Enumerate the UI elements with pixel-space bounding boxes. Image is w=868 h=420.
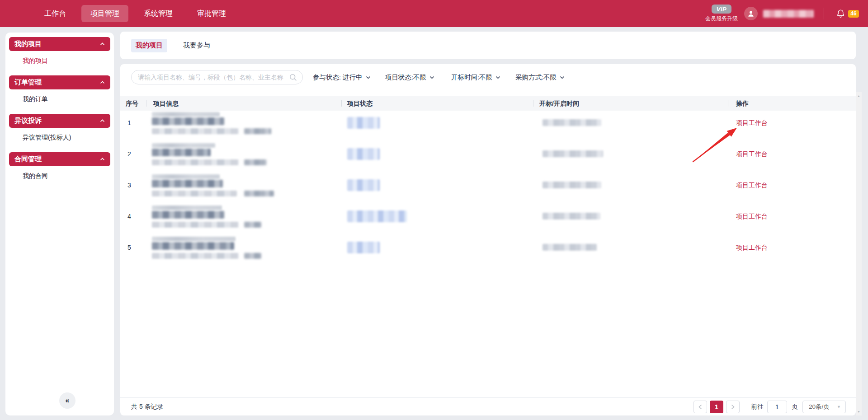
- table-row: 4 项目工作台: [120, 204, 856, 235]
- nav-tab[interactable]: 审批管理: [188, 5, 235, 22]
- filter-procurement-method[interactable]: 采购方式:不限: [515, 70, 565, 84]
- project-workbench-link[interactable]: 项目工作台: [736, 150, 768, 159]
- nav-tab[interactable]: 项目管理: [81, 5, 128, 22]
- project-name-blur-line: [152, 180, 223, 187]
- status-badge-blur: [347, 179, 380, 191]
- row-number: 2: [127, 150, 131, 158]
- content-tab[interactable]: 我的项目: [131, 39, 167, 52]
- nav-tab-label: 系统管理: [144, 9, 173, 17]
- row-number: 3: [127, 182, 131, 189]
- next-page-button[interactable]: [726, 401, 740, 413]
- table-row: 2 项目工作台: [120, 142, 856, 173]
- vip-icon: VIP: [712, 5, 731, 14]
- open-time-blur: [542, 119, 601, 126]
- table-footer: 共 5 条记录 1 前往 页 20条/页 ▼: [120, 397, 856, 415]
- results-table: 1 项目工作台 2 项目工作台 3 项目工作台: [120, 111, 856, 266]
- sidebar-collapse-button[interactable]: «: [59, 392, 75, 409]
- sidebar-group-title: 我的项目: [14, 40, 42, 48]
- filter-project-status[interactable]: 项目状态:不限: [385, 70, 434, 84]
- prev-page-button[interactable]: [693, 401, 707, 413]
- open-time-blur: [542, 244, 597, 251]
- caret-down-icon: ▼: [837, 405, 841, 409]
- content-tabs-panel: 我的项目 我要参与: [120, 32, 856, 59]
- project-workbench-link[interactable]: 项目工作台: [736, 213, 768, 221]
- sidebar-item[interactable]: 异议管理(投标人): [5, 128, 114, 148]
- pagination: 1 前往 页 20条/页 ▼: [693, 401, 846, 413]
- top-navbar: 工作台 项目管理 系统管理 审批管理 VIP 会员服务升级 46: [0, 0, 868, 27]
- sidebar-group: 我的项目 我的项目: [5, 37, 114, 71]
- goto-page-input[interactable]: [767, 401, 787, 413]
- chevron-down-icon: [560, 76, 565, 79]
- sidebar-group-title: 订单管理: [14, 78, 42, 87]
- page-unit-label: 页: [792, 403, 798, 411]
- content-tab[interactable]: 我要参与: [179, 39, 215, 52]
- sidebar: 我的项目 我的项目 订单管理 我的订单 异议投诉: [5, 33, 114, 415]
- total-records-text: 共 5 条记录: [131, 403, 164, 411]
- project-tag-blur: [244, 191, 274, 196]
- column-divider: [533, 100, 533, 107]
- chevron-right-icon: [731, 404, 735, 410]
- filter-label: 项目状态:不限: [385, 73, 426, 82]
- scrollbar-down-arrow[interactable]: ▼: [856, 409, 862, 415]
- sidebar-group-title: 异议投诉: [14, 117, 42, 125]
- project-info-blur-line: [152, 237, 236, 241]
- sidebar-group-header[interactable]: 我的项目: [9, 37, 110, 51]
- nav-tab-label: 项目管理: [90, 9, 119, 17]
- nav-tab-label: 审批管理: [197, 9, 226, 17]
- filter-label: 参与状态: 进行中: [313, 73, 363, 82]
- chevron-up-icon: [100, 119, 105, 122]
- sidebar-group-title: 合同管理: [14, 155, 42, 163]
- sidebar-group-header[interactable]: 异议投诉: [9, 114, 110, 128]
- notification-count-badge: 46: [848, 10, 859, 18]
- sidebar-item-label: 异议管理(投标人): [23, 134, 71, 142]
- project-workbench-link[interactable]: 项目工作台: [736, 182, 768, 190]
- page-size-value: 20条/页: [809, 403, 830, 411]
- sidebar-item[interactable]: 我的合同: [5, 166, 114, 186]
- project-detail-blur-line: [152, 253, 239, 259]
- user-avatar[interactable]: [744, 7, 758, 20]
- column-header-open-time: 开标/开启时间: [539, 96, 579, 111]
- notifications-button[interactable]: 46: [836, 9, 859, 19]
- sidebar-item[interactable]: 我的订单: [5, 89, 114, 109]
- navbar-right-cluster: VIP 会员服务升级 46: [705, 0, 859, 27]
- search-icon[interactable]: [289, 74, 297, 81]
- search-input[interactable]: [138, 74, 289, 81]
- table-row: 1 项目工作台: [120, 111, 856, 142]
- vertical-scrollbar[interactable]: ▲ ▼: [856, 92, 862, 415]
- collapse-icon: «: [66, 397, 70, 405]
- filter-bid-open-time[interactable]: 开标时间:不限: [451, 70, 500, 84]
- nav-tab[interactable]: 系统管理: [135, 5, 182, 22]
- row-number: 1: [127, 119, 131, 126]
- sidebar-group-header[interactable]: 订单管理: [9, 75, 110, 89]
- project-workbench-link[interactable]: 项目工作台: [736, 119, 768, 127]
- content-tab-label: 我要参与: [183, 41, 210, 50]
- nav-tab[interactable]: 工作台: [35, 5, 75, 22]
- project-tag-blur: [244, 159, 267, 165]
- project-name-blur-line: [152, 117, 224, 125]
- project-name-blur-line: [152, 211, 224, 219]
- goto-page-label: 前往: [751, 403, 764, 411]
- chevron-up-icon: [100, 42, 105, 46]
- project-name-blur-line: [152, 149, 211, 156]
- project-workbench-link[interactable]: 项目工作台: [736, 244, 768, 252]
- navbar-divider: [824, 8, 824, 19]
- sidebar-group-header[interactable]: 合同管理: [9, 152, 110, 166]
- project-detail-blur-line: [152, 222, 239, 228]
- column-header-actions: 操作: [736, 96, 749, 111]
- scrollbar-up-arrow[interactable]: ▲: [856, 93, 862, 99]
- column-divider: [341, 100, 342, 107]
- page-size-select[interactable]: 20条/页 ▼: [802, 401, 846, 413]
- vip-upgrade-button[interactable]: VIP 会员服务升级: [705, 5, 738, 23]
- current-page-button[interactable]: 1: [710, 401, 723, 413]
- sidebar-item-label: 我的合同: [23, 172, 48, 180]
- column-header-project-status: 项目状态: [347, 96, 373, 111]
- project-tag-blur: [244, 253, 261, 259]
- filter-label: 采购方式:不限: [515, 73, 557, 82]
- username-blurred[interactable]: [763, 10, 814, 18]
- sidebar-item[interactable]: 我的项目: [5, 51, 114, 71]
- column-header-seq: 序号: [126, 96, 138, 111]
- project-info-blur-line: [152, 174, 220, 179]
- bell-icon: [836, 9, 845, 19]
- filter-participation-status[interactable]: 参与状态: 进行中: [313, 70, 371, 84]
- project-info-blur-line: [152, 143, 215, 148]
